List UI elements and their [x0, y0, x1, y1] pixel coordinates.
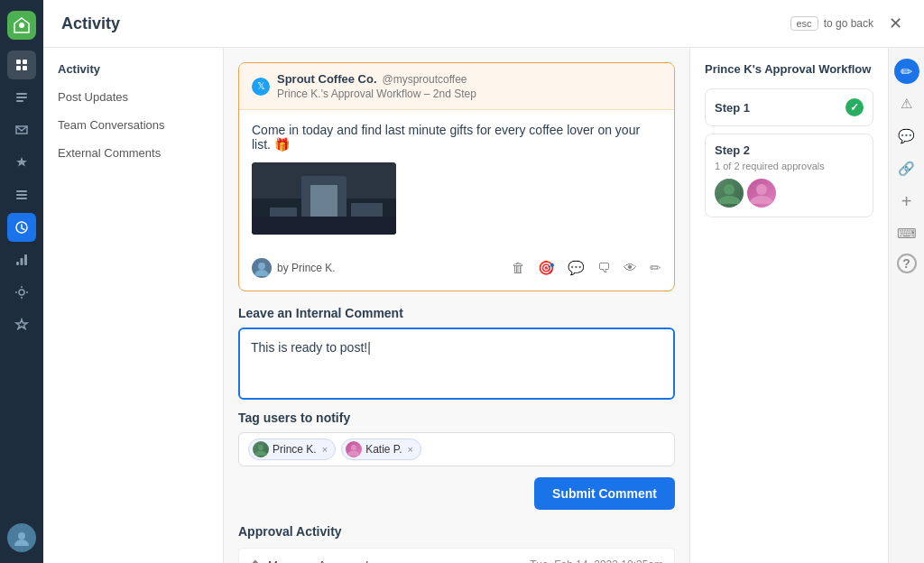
author-avatar	[252, 258, 272, 278]
svg-point-29	[724, 184, 735, 195]
svg-rect-7	[16, 100, 23, 102]
svg-rect-4	[23, 66, 27, 70]
tag-input-box[interactable]: Prince K. × Katie P. ×	[238, 432, 675, 466]
post-card: 𝕏 Sprout Coffee Co. @mysproutcoffee Prin…	[238, 62, 675, 291]
step-avatar-prince	[715, 179, 744, 208]
post-image	[252, 162, 396, 235]
compose-button[interactable]: ✏	[894, 59, 919, 84]
keyboard-icon[interactable]: ⌨	[894, 221, 919, 246]
esc-hint: esc to go back	[790, 16, 874, 31]
post-actions: 🗑 🎯 💬 🗨 👁 ✏	[512, 260, 661, 276]
nav-item-external-comments[interactable]: External Comments	[43, 139, 223, 167]
svg-point-15	[19, 290, 24, 295]
svg-point-25	[258, 263, 265, 270]
post-account-info-row: Sprout Coffee Co. @mysproutcoffee	[277, 72, 476, 86]
svg-point-27	[351, 445, 356, 450]
post-body: Come in today and find last minute gifts…	[239, 110, 674, 258]
upload-icon: ⬆	[250, 558, 261, 563]
post-author: by Prince K.	[252, 258, 336, 278]
user-avatar[interactable]	[7, 523, 36, 552]
prince-chip-label: Prince K.	[273, 443, 317, 456]
submit-comment-button[interactable]: Submit Comment	[534, 477, 675, 510]
main-area: Activity esc to go back ✕ Activity Post …	[43, 0, 924, 563]
sidebar-item-compose[interactable]	[7, 180, 36, 209]
comment-icon[interactable]: 💬	[568, 260, 585, 276]
add-icon[interactable]: +	[894, 189, 919, 214]
delete-icon[interactable]: 🗑	[512, 260, 525, 276]
svg-rect-14	[24, 254, 27, 265]
comment-cursor	[367, 340, 371, 355]
step-2-avatars	[715, 179, 864, 208]
close-button[interactable]: ✕	[884, 13, 906, 34]
sidebar-item-analytics[interactable]	[7, 245, 36, 274]
sidebar-item-tools[interactable]	[7, 278, 36, 307]
nav-item-team-conversations[interactable]: Team Conversations	[43, 111, 223, 139]
post-image-visual	[252, 162, 396, 235]
target-icon[interactable]: 🎯	[538, 260, 555, 276]
help-icon[interactable]: ?	[897, 254, 917, 273]
header-right: esc to go back ✕	[790, 13, 907, 34]
svg-point-30	[756, 184, 767, 195]
comment-section-label: Leave an Internal Comment	[238, 306, 675, 320]
chat-bubble-icon[interactable]: 🗨	[597, 260, 611, 276]
far-right-panel: ✏ ⚠ 💬 🔗 + ⌨ ?	[888, 48, 924, 563]
approval-activity-title: Approval Activity	[238, 524, 675, 539]
step-1-label: Step 1	[715, 101, 750, 115]
step-2-label: Step 2	[715, 143, 750, 157]
workflow-step-2: Step 2 1 of 2 required approvals	[705, 134, 873, 217]
svg-rect-1	[16, 60, 21, 64]
app-sidebar	[0, 0, 43, 563]
sidebar-item-star[interactable]	[7, 310, 36, 339]
sidebar-item-home[interactable]	[7, 51, 36, 79]
sidebar-item-feed[interactable]	[7, 83, 36, 112]
messages-icon[interactable]: 💬	[894, 124, 919, 149]
left-nav-title: Activity	[43, 62, 223, 83]
warning-icon[interactable]: ⚠	[894, 91, 919, 116]
nav-item-post-updates[interactable]: Post Updates	[43, 83, 223, 111]
tag-section: Tag users to notify Prince K. × Katie P.	[238, 411, 675, 466]
page-title: Activity	[61, 14, 120, 33]
content-wrapper: Activity Post Updates Team Conversations…	[43, 48, 924, 563]
svg-point-0	[19, 23, 24, 28]
prince-remove-button[interactable]: ×	[322, 444, 328, 455]
page-header: Activity esc to go back ✕	[43, 0, 924, 48]
sidebar-item-activity[interactable]	[7, 213, 36, 242]
activity-timestamp-approved: Tue, Feb 14, 2023 10:35am	[530, 558, 663, 563]
twitter-icon: 𝕏	[252, 78, 270, 96]
tag-label: Tag users to notify	[238, 411, 675, 425]
left-nav: Activity Post Updates Team Conversations…	[43, 48, 224, 563]
activity-row-approved: ⬆ Message Approved Tue, Feb 14, 2023 10:…	[238, 548, 675, 563]
step-avatar-katie	[747, 179, 776, 208]
pencil-icon[interactable]: ✏	[650, 260, 661, 276]
svg-rect-13	[21, 258, 23, 265]
activity-text-approved: Message Approved	[268, 558, 368, 564]
katie-avatar	[346, 441, 362, 457]
comment-input[interactable]: This is ready to post!	[238, 328, 675, 400]
post-workflow: Prince K.'s Approval Workflow – 2nd Step	[277, 88, 476, 100]
katie-chip-label: Katie P.	[365, 443, 402, 456]
svg-point-16	[18, 532, 25, 540]
svg-rect-8	[16, 190, 27, 192]
post-account-info: Sprout Coffee Co. @mysproutcoffee Prince…	[277, 72, 476, 100]
author-name: by Prince K.	[277, 262, 336, 274]
svg-rect-6	[16, 97, 27, 98]
esc-key: esc	[790, 16, 818, 31]
svg-rect-10	[16, 198, 27, 199]
step-1-header: Step 1 ✓	[715, 98, 864, 116]
post-footer: by Prince K. 🗑 🎯 💬 🗨 👁 ✏	[239, 258, 674, 291]
katie-remove-button[interactable]: ×	[408, 444, 413, 455]
svg-rect-5	[16, 93, 27, 95]
post-header: 𝕏 Sprout Coffee Co. @mysproutcoffee Prin…	[239, 63, 674, 110]
svg-rect-3	[16, 66, 21, 70]
main-content: 𝕏 Sprout Coffee Co. @mysproutcoffee Prin…	[224, 48, 689, 563]
view-icon[interactable]: 👁	[624, 260, 637, 276]
link-icon[interactable]: 🔗	[894, 156, 919, 181]
sidebar-item-pin[interactable]	[7, 148, 36, 177]
svg-rect-12	[16, 262, 19, 265]
comment-text: This is ready to post!	[251, 340, 367, 355]
right-panel-title: Prince K's Approval Workflow	[705, 62, 873, 76]
step-2-approvals: 1 of 2 required approvals	[715, 161, 864, 171]
go-back-text: to go back	[824, 17, 873, 30]
svg-rect-9	[16, 194, 27, 196]
sidebar-item-inbox[interactable]	[7, 115, 36, 144]
